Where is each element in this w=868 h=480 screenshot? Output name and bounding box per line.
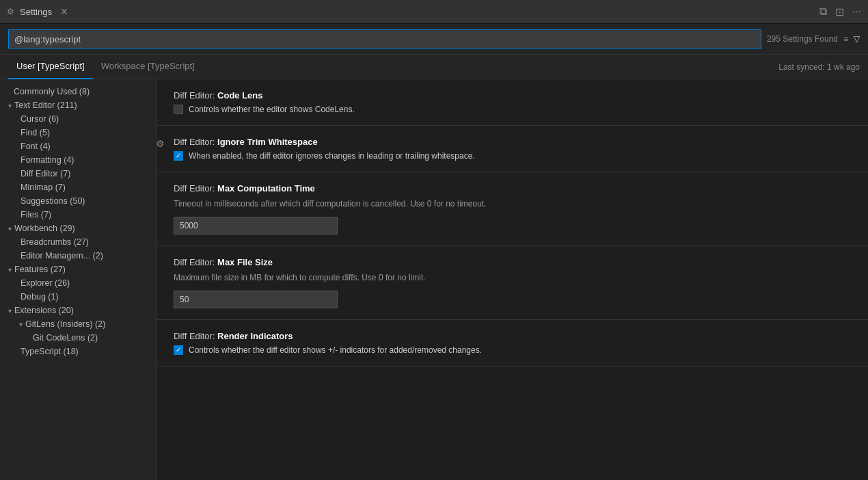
- sidebar-item-debug[interactable]: Debug (1): [0, 290, 157, 304]
- text-editor-label: Text Editor (211): [14, 101, 77, 110]
- search-results-count: 295 Settings Found ≡ ▽: [767, 34, 860, 44]
- code-lens-checkbox[interactable]: [174, 105, 183, 114]
- sidebar-item-commonly-used[interactable]: Commonly Used (8): [0, 85, 157, 98]
- sidebar-item-suggestions[interactable]: Suggestions (50): [0, 194, 157, 208]
- sidebar-item-gitlens[interactable]: ▾ GitLens (Insiders) (2): [0, 317, 157, 331]
- typescript-label: TypeScript (18): [21, 347, 79, 356]
- sidebar-item-extensions[interactable]: ▾ Extensions (20): [0, 304, 157, 317]
- main-layout: Commonly Used (8) ▾ Text Editor (211) Cu…: [0, 79, 868, 480]
- sidebar-item-git-codelens[interactable]: Git CodeLens (2): [0, 331, 157, 345]
- sidebar-item-editor-management[interactable]: Editor Managem... (2): [0, 249, 157, 263]
- explorer-label: Explorer (26): [21, 278, 70, 288]
- features-label: Features (27): [14, 265, 66, 274]
- sidebar-item-workbench[interactable]: ▾ Workbench (29): [0, 222, 157, 235]
- title-actions: ⧉ ⊡ ···: [819, 5, 861, 18]
- sidebar-item-formatting[interactable]: Formatting (4): [0, 153, 157, 167]
- split-editor-icon[interactable]: ⧉: [819, 5, 827, 18]
- filter-icon[interactable]: ▽: [854, 34, 860, 44]
- setting-title-render-indicators: Diff Editor: Render Indicators: [174, 331, 852, 341]
- sidebar-item-font[interactable]: Font (4): [0, 139, 157, 153]
- render-indicators-checkbox-row: Controls whether the diff editor shows +…: [174, 345, 852, 355]
- setting-title-max-computation: Diff Editor: Max Computation Time: [174, 183, 852, 194]
- sidebar-item-text-editor[interactable]: ▾ Text Editor (211): [0, 98, 157, 112]
- font-label: Font (4): [21, 142, 51, 151]
- sidebar-item-minimap[interactable]: Minimap (7): [0, 181, 157, 194]
- diff-editor-label: Diff Editor (7): [21, 169, 70, 178]
- tab-workspace-typescript[interactable]: Workspace [TypeScript]: [93, 55, 203, 79]
- max-computation-input[interactable]: [174, 217, 338, 235]
- sidebar-item-breadcrumbs[interactable]: Breadcrumbs (27): [0, 235, 157, 249]
- sidebar-item-diff-editor[interactable]: Diff Editor (7): [0, 167, 157, 181]
- setting-title-code-lens: Diff Editor: Code Lens: [174, 90, 852, 101]
- layout-icon[interactable]: ⊡: [835, 5, 844, 18]
- files-label: Files (7): [21, 210, 51, 219]
- editor-management-label: Editor Managem... (2): [21, 251, 103, 261]
- search-input[interactable]: [8, 29, 761, 49]
- results-count-text: 295 Settings Found: [767, 34, 838, 44]
- setting-render-indicators: ⚙ Diff Editor: Render Indicators Control…: [157, 320, 868, 366]
- setting-code-lens: ⚙ Diff Editor: Code Lens Controls whethe…: [157, 79, 868, 126]
- code-lens-checkbox-label: Controls whether the editor shows CodeLe…: [189, 105, 355, 114]
- settings-icon: ⚙: [7, 7, 14, 16]
- setting-title-max-file-size: Diff Editor: Max File Size: [174, 257, 852, 267]
- search-input-wrapper: [8, 29, 761, 49]
- commonly-used-label: Commonly Used (8): [14, 87, 90, 96]
- debug-label: Debug (1): [21, 292, 59, 302]
- code-lens-checkbox-row: Controls whether the editor shows CodeLe…: [174, 105, 852, 114]
- setting-gear-ignore-trim[interactable]: ⚙: [157, 138, 165, 149]
- chevron-workbench: ▾: [8, 225, 12, 232]
- render-indicators-checkbox-label: Controls whether the diff editor shows +…: [189, 345, 482, 355]
- chevron-features: ▾: [8, 266, 12, 274]
- setting-desc-max-file-size: Maximum file size in MB for which to com…: [174, 271, 852, 284]
- extensions-label: Extensions (20): [14, 306, 74, 315]
- find-label: Find (5): [21, 128, 50, 137]
- setting-max-computation-time: ⚙ Diff Editor: Max Computation Time Time…: [157, 172, 868, 246]
- git-codelens-label: Git CodeLens (2): [33, 333, 98, 343]
- sync-info: Last synced: 1 wk ago: [778, 62, 860, 72]
- setting-title-ignore-trim: Diff Editor: Ignore Trim Whitespace: [174, 137, 852, 147]
- ignore-trim-checkbox-row: When enabled, the diff editor ignores ch…: [174, 151, 852, 161]
- tab-user-typescript[interactable]: User [TypeScript]: [8, 55, 93, 79]
- close-button[interactable]: ✕: [60, 6, 68, 17]
- setting-ignore-trim-whitespace: ⚙ Diff Editor: Ignore Trim Whitespace Wh…: [157, 126, 868, 172]
- chevron-extensions: ▾: [8, 307, 12, 315]
- chevron-text-editor: ▾: [8, 102, 12, 109]
- render-indicators-checkbox[interactable]: [174, 345, 183, 355]
- setting-max-file-size: ⚙ Diff Editor: Max File Size Maximum fil…: [157, 246, 868, 320]
- suggestions-label: Suggestions (50): [21, 196, 85, 206]
- minimap-label: Minimap (7): [21, 183, 66, 192]
- title-text: Settings: [20, 7, 52, 17]
- sidebar-item-explorer[interactable]: Explorer (26): [0, 276, 157, 290]
- ignore-trim-checkbox[interactable]: [174, 151, 183, 161]
- sidebar-item-files[interactable]: Files (7): [0, 208, 157, 222]
- filter-list-icon[interactable]: ≡: [843, 34, 848, 44]
- search-bar: 295 Settings Found ≡ ▽: [0, 24, 868, 55]
- sidebar-item-cursor[interactable]: Cursor (6): [0, 112, 157, 126]
- sidebar-item-features[interactable]: ▾ Features (27): [0, 263, 157, 276]
- tabs-bar: User [TypeScript] Workspace [TypeScript]…: [0, 55, 868, 79]
- setting-desc-max-computation: Timeout in milliseconds after which diff…: [174, 198, 852, 210]
- chevron-gitlens: ▾: [19, 321, 23, 328]
- breadcrumbs-label: Breadcrumbs (27): [21, 237, 89, 247]
- sidebar-item-typescript[interactable]: TypeScript (18): [0, 345, 157, 358]
- cursor-label: Cursor (6): [21, 114, 59, 124]
- ignore-trim-checkbox-label: When enabled, the diff editor ignores ch…: [189, 151, 475, 161]
- formatting-label: Formatting (4): [21, 155, 74, 165]
- content-area: ⚙ Diff Editor: Code Lens Controls whethe…: [157, 79, 868, 480]
- gitlens-label: GitLens (Insiders) (2): [25, 319, 105, 329]
- sidebar-item-find[interactable]: Find (5): [0, 126, 157, 139]
- title-bar: ⚙ Settings ✕ ⧉ ⊡ ···: [0, 0, 868, 24]
- more-actions-icon[interactable]: ···: [852, 5, 861, 18]
- workbench-label: Workbench (29): [14, 224, 75, 233]
- max-file-size-input[interactable]: [174, 291, 338, 308]
- sidebar: Commonly Used (8) ▾ Text Editor (211) Cu…: [0, 79, 157, 480]
